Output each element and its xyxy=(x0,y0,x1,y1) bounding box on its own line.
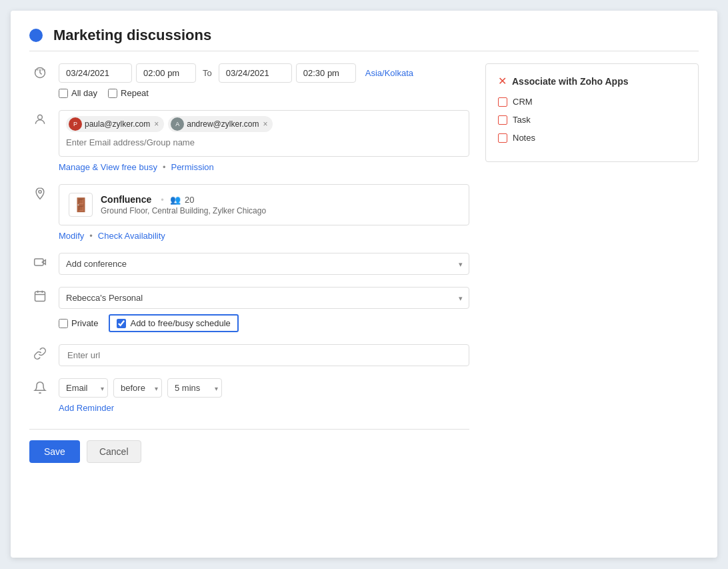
reminder-controls: Email Popup SMS ▾ before after ▾ xyxy=(59,378,469,398)
end-date-input[interactable] xyxy=(219,63,292,83)
remove-paula-button[interactable]: × xyxy=(154,119,159,129)
url-input[interactable] xyxy=(59,344,469,366)
title-row: Marketing discussions xyxy=(29,27,699,51)
reminder-duration-wrapper: 5 mins 10 mins 15 mins 30 mins 1 hour ▾ xyxy=(167,378,222,398)
conference-select-wrapper: Add conference ▾ xyxy=(59,253,469,275)
associate-panel: ✕ Associate with Zoho Apps CRM Task Note… xyxy=(485,63,699,162)
attendees-row: P paula@zylker.com × A andrew@zylker.com… xyxy=(29,110,469,172)
associate-title-row: ✕ Associate with Zoho Apps xyxy=(498,75,686,87)
footer-buttons: Save Cancel xyxy=(29,429,469,463)
reminder-when-select[interactable]: before after xyxy=(113,378,162,398)
conference-row: Add conference ▾ xyxy=(29,253,469,275)
crm-label: CRM xyxy=(513,97,533,107)
confluence-icon: 🚪 xyxy=(69,193,93,217)
to-label: To xyxy=(200,68,215,78)
attendees-box[interactable]: P paula@zylker.com × A andrew@zylker.com… xyxy=(59,110,469,157)
url-content xyxy=(59,344,469,366)
person-icon xyxy=(29,110,51,126)
manage-free-busy-link[interactable]: Manage & View free busy xyxy=(59,162,157,172)
location-icon xyxy=(29,184,51,200)
link-icon xyxy=(29,344,51,360)
attendee-tag-paula: P paula@zylker.com × xyxy=(66,116,164,132)
modify-location-link[interactable]: Modify xyxy=(59,231,84,241)
busy-label: Add to free/busy schedule xyxy=(130,318,230,328)
svg-point-3 xyxy=(39,190,41,193)
conference-icon xyxy=(29,253,51,269)
event-color-dot xyxy=(29,29,43,42)
right-panel: ✕ Associate with Zoho Apps CRM Task Note… xyxy=(485,63,699,463)
cancel-button[interactable]: Cancel xyxy=(87,440,141,463)
event-title: Marketing discussions xyxy=(53,27,211,44)
reminder-type-select[interactable]: Email Popup SMS xyxy=(59,378,108,398)
location-details: Confluence • 👥 20 Ground Floor, Central … xyxy=(101,194,266,215)
busy-checkbox-box[interactable]: Add to free/busy schedule xyxy=(109,314,238,332)
location-capacity: • 👥 20 xyxy=(157,195,194,205)
clock-icon xyxy=(29,63,51,79)
location-links: Modify • Check Availability xyxy=(59,231,469,241)
datetime-row: To Asia/Kolkata All day Repeat xyxy=(29,63,469,98)
scissors-icon: ✕ xyxy=(498,75,507,87)
reminder-when-wrapper: before after ▾ xyxy=(113,378,162,398)
calendar-icon xyxy=(29,287,51,303)
event-form: Marketing discussions To xyxy=(11,11,717,558)
bell-icon xyxy=(29,378,51,394)
private-checkbox[interactable] xyxy=(59,319,68,328)
save-button[interactable]: Save xyxy=(29,440,80,463)
attendee-email-paula: paula@zylker.com xyxy=(85,119,150,129)
svg-point-2 xyxy=(38,115,43,119)
calendar-select[interactable]: Rebecca's Personal xyxy=(59,287,469,309)
repeat-checkbox-label[interactable]: Repeat xyxy=(108,88,149,98)
privacy-row: Private Add to free/busy schedule xyxy=(59,314,469,332)
associate-title: Associate with Zoho Apps xyxy=(512,76,629,87)
crm-checkbox[interactable] xyxy=(498,97,507,107)
associate-task-item: Task xyxy=(498,115,686,125)
location-name: Confluence xyxy=(101,194,151,205)
reminder-duration-select[interactable]: 5 mins 10 mins 15 mins 30 mins 1 hour xyxy=(167,378,222,398)
conference-content: Add conference ▾ xyxy=(59,253,469,275)
attendees-content: P paula@zylker.com × A andrew@zylker.com… xyxy=(59,110,469,172)
add-reminder-link[interactable]: Add Reminder xyxy=(59,403,469,413)
allday-checkbox[interactable] xyxy=(59,89,68,98)
allday-checkbox-label[interactable]: All day xyxy=(59,88,97,98)
attendees-input[interactable] xyxy=(66,137,462,147)
timezone-link[interactable]: Asia/Kolkata xyxy=(365,68,413,78)
datetime-content: To Asia/Kolkata All day Repeat xyxy=(59,63,469,98)
svg-rect-5 xyxy=(35,292,45,301)
attendee-tag-andrew: A andrew@zylker.com × xyxy=(168,116,273,132)
location-box: 🚪 Confluence • 👥 20 Ground Floor, Cen xyxy=(59,184,469,225)
attendees-tags: P paula@zylker.com × A andrew@zylker.com… xyxy=(66,116,462,132)
location-address: Ground Floor, Central Building, Zylker C… xyxy=(101,206,266,215)
check-availability-link[interactable]: Check Availability xyxy=(98,231,165,241)
remove-andrew-button[interactable]: × xyxy=(263,119,267,129)
conference-select[interactable]: Add conference xyxy=(59,253,469,275)
url-row xyxy=(29,344,469,366)
attendees-links: Manage & View free busy • Permission xyxy=(59,162,469,172)
task-label: Task xyxy=(513,115,531,125)
permission-link[interactable]: Permission xyxy=(171,162,213,172)
notes-checkbox[interactable] xyxy=(498,133,507,143)
reminder-type-wrapper: Email Popup SMS ▾ xyxy=(59,378,108,398)
task-checkbox[interactable] xyxy=(498,115,507,125)
private-checkbox-label[interactable]: Private xyxy=(59,318,98,328)
notes-label: Notes xyxy=(513,133,535,143)
calendar-row: Rebecca's Personal ▾ Private Add to free… xyxy=(29,287,469,332)
busy-checkbox[interactable] xyxy=(117,319,126,328)
avatar-andrew: A xyxy=(171,117,184,131)
reminder-content: Email Popup SMS ▾ before after ▾ xyxy=(59,378,469,413)
calendar-content: Rebecca's Personal ▾ Private Add to free… xyxy=(59,287,469,332)
end-time-input[interactable] xyxy=(296,63,356,83)
associate-notes-item: Notes xyxy=(498,133,686,143)
calendar-select-wrapper: Rebecca's Personal ▾ xyxy=(59,287,469,309)
reminder-row: Email Popup SMS ▾ before after ▾ xyxy=(29,378,469,413)
location-row: 🚪 Confluence • 👥 20 Ground Floor, Cen xyxy=(29,184,469,241)
attendee-email-andrew: andrew@zylker.com xyxy=(187,119,259,129)
location-content: 🚪 Confluence • 👥 20 Ground Floor, Cen xyxy=(59,184,469,241)
avatar-paula: P xyxy=(69,117,82,131)
start-time-input[interactable] xyxy=(136,63,196,83)
repeat-checkbox[interactable] xyxy=(108,89,117,98)
start-date-input[interactable] xyxy=(59,63,132,83)
associate-crm-item: CRM xyxy=(498,97,686,107)
